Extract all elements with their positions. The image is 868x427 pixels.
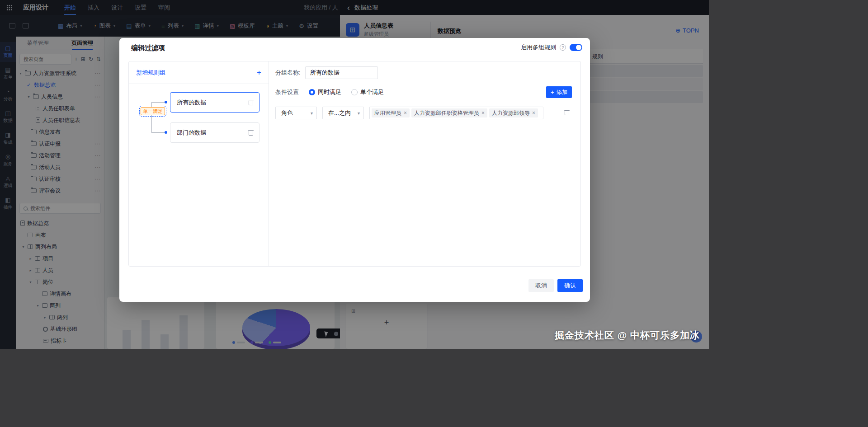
multi-rule-label: 启用多组规则 xyxy=(521,43,556,52)
rule-group-form: 分组名称: 条件设置 同时满足 单个满足 +添加 角色▾ 在...之内▾ 应用管… xyxy=(269,61,580,266)
cancel-button[interactable]: 取消 xyxy=(528,279,554,292)
values-input[interactable]: 应用管理员× 人力资源部任职资格管理员× 人力资源部领导× xyxy=(369,107,543,119)
desktop-backdrop: 应用设计 开始 插入 设计 设置 审阅 我的应用 / 人 ‹ 数据处理 ▦布局▾… xyxy=(0,0,868,427)
modal-footer: 取消 确认 xyxy=(528,279,583,292)
toggle-knob xyxy=(576,45,581,50)
trash-icon[interactable] xyxy=(248,99,254,106)
connector-line xyxy=(151,102,166,103)
rule-group-header: 新增规则组 + xyxy=(129,61,269,84)
field-select[interactable]: 角色▾ xyxy=(275,107,317,119)
chevron-down-icon: ▾ xyxy=(358,111,360,116)
rule-group-node-selected[interactable]: 所有的数据 xyxy=(170,92,259,113)
radio-all-match[interactable]: 同时满足 xyxy=(309,88,341,96)
confirm-button[interactable]: 确认 xyxy=(557,279,583,292)
radio-icon xyxy=(309,89,315,95)
rule-group-pane: 新增规则组 + 单一满足 所有的数据 xyxy=(129,61,269,266)
multi-rule-toggle[interactable] xyxy=(570,44,582,51)
remove-tag-icon[interactable]: × xyxy=(404,110,407,116)
remove-tag-icon[interactable]: × xyxy=(532,110,535,116)
group-name-row: 分组名称: xyxy=(275,66,378,79)
rule-group-node[interactable]: 部门的数据 xyxy=(170,122,259,143)
condition-setting-row: 条件设置 同时满足 单个满足 xyxy=(275,86,384,98)
delete-condition-icon[interactable] xyxy=(564,109,570,116)
edit-filter-modal: 编辑过滤项 启用多组规则 ? 新增规则组 + xyxy=(119,38,590,302)
radio-any-match[interactable]: 单个满足 xyxy=(351,88,384,96)
rule-group-label: 部门的数据 xyxy=(177,129,206,137)
remove-tag-icon[interactable]: × xyxy=(481,110,485,116)
chevron-down-icon: ▾ xyxy=(311,111,313,116)
operator-select[interactable]: 在...之内▾ xyxy=(322,107,364,119)
trash-icon[interactable] xyxy=(248,130,254,136)
add-condition-button[interactable]: +添加 xyxy=(546,86,572,98)
value-tag: 人力资源部领导× xyxy=(489,108,538,117)
multi-rule-control: 启用多组规则 ? xyxy=(521,43,582,52)
connector-line xyxy=(151,132,166,133)
add-rule-group-button[interactable]: 新增规则组 xyxy=(136,69,165,77)
value-tag: 人力资源部任职资格管理员× xyxy=(411,108,487,117)
group-name-label: 分组名称: xyxy=(275,69,301,77)
connector-dot xyxy=(165,101,167,103)
modal-title: 编辑过滤项 xyxy=(131,44,165,52)
connector-dot xyxy=(165,131,167,134)
plus-icon[interactable]: + xyxy=(257,69,261,76)
app-window: 应用设计 开始 插入 设计 设置 审阅 我的应用 / 人 ‹ 数据处理 ▦布局▾… xyxy=(0,0,709,349)
rule-relation-badge[interactable]: 单一满足 xyxy=(141,107,165,115)
watermark: 掘金技术社区 @ 中杯可乐多加冰 xyxy=(555,329,700,342)
condition-row: 角色▾ 在...之内▾ 应用管理员× 人力资源部任职资格管理员× 人力资源部领导… xyxy=(275,107,543,119)
group-name-input[interactable] xyxy=(305,66,378,79)
value-tag: 应用管理员× xyxy=(372,108,410,117)
filter-editor: 新增规则组 + 单一满足 所有的数据 xyxy=(128,61,581,267)
condition-setting-label: 条件设置 xyxy=(275,88,299,96)
help-icon[interactable]: ? xyxy=(560,44,566,51)
rule-group-label: 所有的数据 xyxy=(177,99,206,107)
rule-group-tree: 单一满足 所有的数据 部门的数据 xyxy=(129,84,269,266)
plus-icon: + xyxy=(551,89,554,95)
radio-icon xyxy=(351,89,358,95)
